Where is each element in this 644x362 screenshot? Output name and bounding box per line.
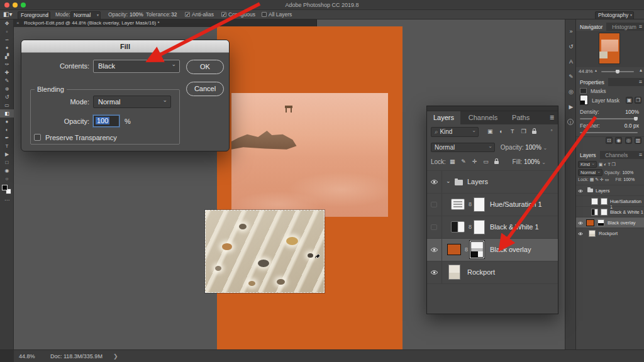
paint-bucket-tool-selected[interactable]: ◧ [0,109,14,118]
docked-fill-value[interactable]: 100% [623,177,635,182]
tab-paths[interactable]: Paths [506,111,536,124]
clone-source-panel-icon[interactable]: ◎ [565,89,577,95]
layer-name[interactable]: Rockport [467,268,495,276]
paint-bucket-tool-icon[interactable]: ◧▾ [3,11,12,18]
docked-layer-name[interactable]: Layers [596,188,610,194]
docked-layer-row-rockport[interactable]: Rockport [576,228,644,238]
layer-opacity-chevron-icon[interactable]: ⌄ [543,145,548,151]
contents-dropdown[interactable]: Black [93,60,180,73]
black-white-thumbnail[interactable] [591,209,598,216]
docked-layer-name[interactable]: Black & White 1 [610,209,643,215]
tab-navigator[interactable]: Navigator [576,23,606,31]
eyedropper-tool[interactable]: ✑ [0,60,14,69]
healing-brush-tool[interactable]: ✚ [0,69,14,77]
eraser-tool[interactable]: ▭ [0,101,14,109]
density-value[interactable]: 100% [625,109,639,115]
docked-tab-channels[interactable]: Channels [601,151,631,159]
shape-tool[interactable]: □ [0,158,14,167]
path-selection-tool[interactable]: ▶ [0,150,14,158]
vector-mask-button-icon[interactable]: ❐ [635,97,641,104]
dodge-tool[interactable]: ◐ [0,126,14,134]
visibility-cell[interactable] [427,194,442,216]
layer-mask-thumbnail[interactable] [601,198,608,205]
opacity-value[interactable]: 100% [130,11,143,18]
docked-layer-row-black-overlay[interactable]: Black overlay [576,217,644,228]
docked-layer-name[interactable]: Rockport [599,231,618,236]
group-expand-chevron-icon[interactable]: ⌄ [446,178,451,184]
crop-tool[interactable]: ▞ [0,52,14,60]
orange-fill-thumbnail[interactable] [447,244,461,255]
filter-adjustment-layers-icon[interactable]: ◐ [497,128,506,134]
docked-layer-row-black-white[interactable]: Black & White 1 [576,206,644,217]
filter-type-layers-icon[interactable]: T [508,128,517,134]
eye-icon[interactable] [578,221,583,225]
layer-mask-thumbnail[interactable] [601,209,608,216]
layer-name[interactable]: Black overlay [490,246,531,253]
select-mask-button-icon[interactable]: ▣ [626,97,633,104]
history-panel-icon[interactable]: ↺ [565,43,577,50]
marquee-tool[interactable]: ▫ [0,28,14,36]
blend-mode-dropdown[interactable]: Normal [93,96,171,108]
mode-dropdown[interactable]: Normal [70,11,101,19]
docked-lock-icons[interactable]: ▦ ✎ ✛ ▭ [590,177,609,182]
rockport-thumbnail[interactable] [448,265,460,280]
docked-opacity-value[interactable]: 100% [622,170,633,175]
eye-icon[interactable] [578,232,583,236]
layer-blend-mode-dropdown[interactable]: Normal [431,143,495,152]
density-slider-thumb[interactable] [634,117,638,121]
layer-name[interactable]: Layers [467,178,488,185]
eye-hidden-icon[interactable] [431,224,437,230]
zoom-out-icon[interactable]: ▴ [595,68,597,72]
character-panel-icon[interactable]: A [565,58,577,65]
fill-dialog-title[interactable]: Fill [21,40,229,53]
feather-value[interactable]: 0.0 px [625,123,639,129]
lock-artboard-icon[interactable]: ▭ [481,158,491,165]
info-panel-icon[interactable]: i [567,119,574,125]
black-overlay-mask-thumbnail[interactable] [597,219,604,226]
status-menu-chevron-icon[interactable]: ❯ [113,353,118,359]
all-layers-checkbox[interactable] [262,12,267,17]
workspace-dropdown[interactable]: Photography [595,11,634,19]
brush-tool[interactable]: ✎ [0,77,14,85]
delete-mask-button-icon[interactable]: ▥ [635,137,641,144]
apply-mask-button-icon[interactable]: ◉ [615,137,622,144]
black-overlay-mask-thumbnail[interactable] [471,242,483,257]
docked-tab-layers[interactable]: Layers [576,151,600,159]
move-tool[interactable]: ✥ [0,19,14,28]
docked-layer-name[interactable]: Black overlay [608,220,636,226]
properties-mask-thumbnail[interactable] [580,95,588,105]
eye-hidden-icon[interactable] [431,202,437,207]
hue-saturation-thumbnail[interactable] [591,198,598,205]
lock-position-icon[interactable]: ✛ [470,158,479,165]
layer-row-rockport[interactable]: Rockport [427,261,558,283]
magic-wand-tool[interactable]: ✦ [0,44,14,52]
black-white-thumbnail[interactable] [451,221,465,233]
color-swatches[interactable] [0,185,14,196]
eye-icon[interactable] [430,247,438,253]
tab-properties[interactable]: Properties [576,78,608,86]
fill-source-dropdown[interactable]: Foreground [18,11,50,19]
navigator-preview[interactable] [576,31,644,67]
panel-menu-icon[interactable]: ≡ [550,113,554,122]
eye-icon[interactable] [430,270,438,275]
zoom-tool[interactable]: ○ [0,175,14,183]
navigator-zoom-slider[interactable] [601,71,634,72]
filter-pixel-layers-icon[interactable]: ▣ [486,128,495,134]
rockport-photo[interactable] [231,93,388,217]
visibility-cell[interactable] [427,216,442,239]
layer-row-group[interactable]: ⌄ Layers [427,170,558,193]
filter-shape-layers-icon[interactable]: ❒ [519,128,528,134]
navigator-menu-icon[interactable]: ≡ [639,23,642,30]
docked-layer-row-hue-saturation[interactable]: Hue/Saturation 1 [576,195,644,206]
lock-image-pixels-icon[interactable]: ✎ [458,158,468,165]
tab-layers[interactable]: Layers [427,111,460,124]
orange-fill-thumbnail[interactable] [586,219,594,226]
layer-fill-chevron-icon[interactable]: ⌄ [541,160,546,165]
hue-saturation-thumbnail[interactable] [451,199,465,210]
filter-kind-dropdown[interactable]: ⌕ Kind [431,127,479,137]
collapse-panels-icon[interactable]: » [565,28,577,35]
density-slider[interactable] [580,118,638,119]
cancel-button[interactable]: Cancel [186,82,224,96]
layer-name[interactable]: Black & White 1 [490,223,539,231]
zoom-in-icon[interactable]: ▴ [640,67,642,73]
